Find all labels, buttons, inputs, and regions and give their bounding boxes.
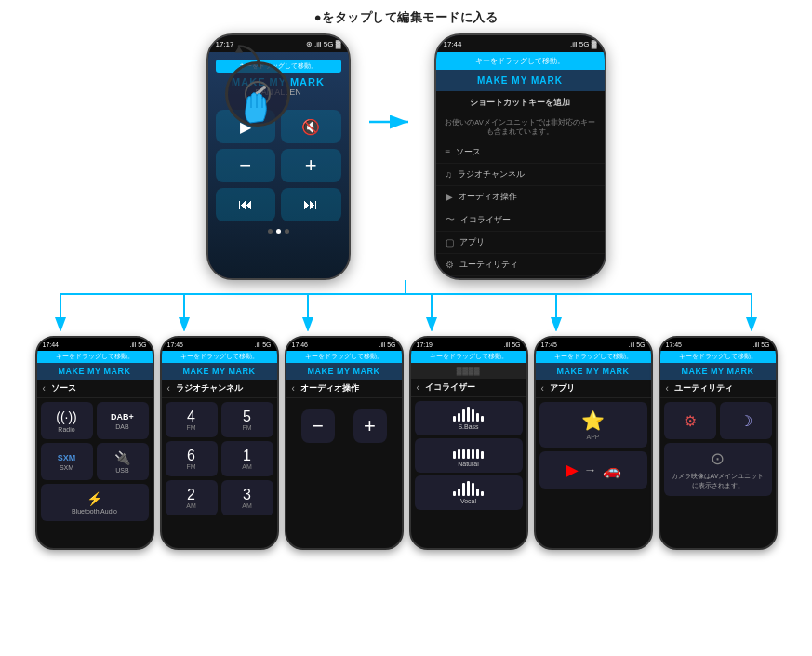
camera-icon: ⊙ — [711, 448, 725, 469]
eq-natural[interactable]: Natural — [415, 438, 523, 473]
radio-6fm[interactable]: 6 FM — [166, 441, 218, 476]
sxm-icon: SXM — [58, 453, 76, 462]
menu-note: お使いのAVメインユニットでは非対応のキーも含まれています。 — [436, 114, 605, 141]
connector-arrows — [0, 280, 812, 331]
instruction-label: ●をタップして編集モードに入る — [314, 10, 498, 24]
source-phone: 17:44 .ill 5G キーをドラッグして移動。 MAKE MY MARK … — [35, 336, 154, 550]
bottom-phones-row: 17:44 .ill 5G キーをドラッグして移動。 MAKE MY MARK … — [0, 336, 812, 550]
menu-item-utility[interactable]: ⚙ ユーティリティ — [436, 254, 605, 276]
usb-icon: 🔌 — [114, 450, 130, 465]
minus-btn[interactable]: − — [301, 409, 335, 443]
menu-items-list: ≡ ソース ♫ ラジオチャンネル ▶ オーディオ操作 〜 イコライザー ▢ — [436, 141, 605, 276]
next-btn[interactable]: ⏭ — [281, 188, 341, 221]
camera-display: ⊙ カメラ映像はAVメインユニットに表示されます。 — [664, 443, 772, 496]
mute-btn[interactable]: 🔇 — [281, 110, 341, 143]
menu-content: キーをドラッグして移動。 MAKE MY MARK ショートカットキーを追加 お… — [436, 52, 605, 278]
app-phone: 17:45 .ill 5G キーをドラッグして移動。 MAKE MY MARK … — [534, 336, 653, 550]
source-dab[interactable]: DAB+ DAB — [97, 402, 149, 439]
instruction-text: ●をタップして編集モードに入る — [0, 0, 812, 33]
radio-1am[interactable]: 1 AM — [221, 441, 273, 476]
radio-4fm[interactable]: 4 FM — [166, 402, 218, 437]
radio-3am[interactable]: 3 AM — [221, 480, 273, 515]
arrow-icon: → — [584, 462, 597, 477]
radio-icon: ((·)) — [56, 409, 77, 424]
main-phone-wrap: 17:17 ⊛ .ill 5G ▓ キーをドラッグして移動。 MAKE MY M… — [206, 33, 351, 280]
prev-btn[interactable]: ⏮ — [216, 188, 276, 221]
control-grid: ▶ 🔇 − + ⏮ ⏭ — [216, 110, 341, 221]
moon-icon: ☽ — [739, 412, 752, 430]
audio-phone: 17:46 .ill 5G キーをドラッグして移動。 MAKE MY MARK … — [285, 336, 404, 550]
source-make: MAKE MY MARK — [37, 363, 153, 380]
radio-5fm[interactable]: 5 FM — [221, 402, 273, 437]
right-arrow — [369, 108, 416, 136]
vol-up-btn[interactable]: + — [281, 149, 341, 182]
menu-item-source[interactable]: ≡ ソース — [436, 141, 605, 164]
source-radio[interactable]: ((·)) Radio — [41, 402, 93, 439]
add-shortcut: ショートカットキーを追加 — [436, 91, 605, 114]
eq-phone: 17:19 .ill 5G キーをドラッグして移動。 ▓▓▓▓ ‹ イコライザー… — [409, 336, 528, 550]
eq-sbass[interactable]: S.Bass — [415, 401, 523, 435]
arc-arrow — [211, 38, 267, 94]
vol-down-btn[interactable]: − — [216, 149, 276, 182]
main-diagram: 17:17 ⊛ .ill 5G ▓ キーをドラッグして移動。 MAKE MY M… — [0, 33, 812, 280]
source-nav: ‹ ソース — [37, 380, 153, 398]
app-star[interactable]: ⭐ APP — [539, 402, 647, 448]
youtube-icon: ▶ — [566, 460, 579, 480]
plus-btn[interactable]: + — [353, 409, 387, 443]
app-grid: ⭐ APP ▶ → 🚗 — [536, 398, 651, 492]
app-youtube-car[interactable]: ▶ → 🚗 — [539, 451, 647, 489]
source-drag-hint: キーをドラッグして移動。 — [37, 351, 153, 363]
menu-item-audio[interactable]: ▶ オーディオ操作 — [436, 186, 605, 208]
menu-status-bar: 17:44 .ill 5G ▓ — [436, 35, 605, 52]
eq-list: S.Bass Natural — [411, 397, 526, 514]
menu-phone: 17:44 .ill 5G ▓ キーをドラッグして移動。 MAKE MY MAR… — [434, 33, 606, 280]
utility-grid: ⚙ ☽ ⊙ カメラ映像はAVメインユニットに表示されます。 — [660, 398, 776, 500]
radio-2am[interactable]: 2 AM — [166, 480, 218, 515]
night-mode-btn[interactable]: ☽ — [720, 402, 772, 439]
hand-cursor — [239, 89, 273, 133]
menu-make: MAKE MY MARK — [436, 70, 605, 91]
settings-btn[interactable]: ⚙ — [664, 402, 716, 439]
menu-item-radio[interactable]: ♫ ラジオチャンネル — [436, 164, 605, 186]
bluetooth-icon: ⚡ — [87, 491, 102, 506]
audio-ops: − + — [286, 398, 402, 454]
source-usb[interactable]: 🔌 USB — [97, 443, 149, 480]
menu-drag-hint: キーをドラッグして移動。 — [436, 52, 605, 70]
utility-phone: 17:45 .ill 5G キーをドラッグして移動。 MAKE MY MARK … — [659, 336, 778, 550]
page-dots — [268, 229, 289, 234]
eq-vocal[interactable]: Vocal — [415, 475, 523, 510]
source-grid: ((·)) Radio DAB+ DAB SXM SXM 🔌 USB ⚡ Blu… — [37, 398, 153, 525]
car-icon: 🚗 — [603, 462, 621, 479]
radio-grid: 4 FM 5 FM 6 FM 1 AM 2 AM 3 AM — [162, 398, 277, 519]
source-sxm[interactable]: SXM SXM — [41, 443, 93, 480]
menu-item-app[interactable]: ▢ アプリ — [436, 232, 605, 254]
source-bluetooth[interactable]: ⚡ Bluetooth Audio — [41, 484, 149, 521]
settings-gear-icon: ⚙ — [684, 412, 697, 430]
star-icon: ⭐ — [581, 409, 605, 432]
dab-icon: DAB+ — [111, 412, 134, 422]
radio-phone: 17:45 .ill 5G キーをドラッグして移動。 MAKE MY MARK … — [160, 336, 279, 550]
menu-item-eq[interactable]: 〜 イコライザー — [436, 208, 605, 232]
